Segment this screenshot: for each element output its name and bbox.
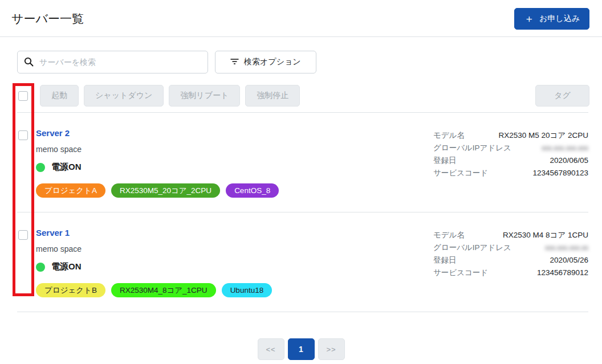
detail-label: グローバルIPアドレス [433,242,511,254]
detail-value: RX2530 M5 20コア 2CPU [499,129,588,142]
detail-value: 1234567890123 [532,167,588,179]
row-divider [17,312,588,312]
server-tags: プロジェクトARX2530M5_20コア_2CPUCentOS_8 [36,183,433,198]
detail-value: 2020/05/26 [550,254,588,267]
pagination: << 1 >> [0,338,602,360]
server-detail-line: サービスコード123456789012 [433,267,588,279]
server-power-status: 電源ON [36,261,433,272]
server-main: Server 2 memo space 電源ON プロジェクトARX2530M5… [36,123,433,198]
toolbar-actions: 起動シャットダウン強制リブート強制停止 [40,85,300,107]
server-tags: プロジェクトBRX2530M4_8コア_1CPUUbuntu18 [36,283,433,297]
server-detail-line: モデル名RX2530 M4 8コア 1CPU [433,229,588,242]
toolbar-action-button[interactable]: 起動 [40,85,79,107]
server-details: モデル名RX2530 M5 20コア 2CPUグローバルIPアドレスxxx.xx… [433,129,588,198]
server-memo: memo space [36,145,433,154]
pagination-next-button[interactable]: >> [318,338,345,360]
server-power-status: 電源ON [36,162,433,173]
server-detail-line: サービスコード1234567890123 [433,167,588,179]
search-input[interactable] [17,51,208,73]
server-tag-badge: CentOS_8 [226,183,279,198]
bulk-action-toolbar: 起動シャットダウン強制リブート強制停止 タグ [0,84,602,112]
server-detail-line: モデル名RX2530 M5 20コア 2CPU [433,129,588,142]
pagination-prev-button[interactable]: << [258,338,284,360]
detail-label: グローバルIPアドレス [433,142,511,154]
server-name-link[interactable]: Server 1 [36,228,70,238]
search-options-label: 検索オプション [244,57,301,67]
power-status-label: 電源ON [51,261,82,272]
server-tag-badge: Ubuntu18 [222,283,272,297]
detail-label: サービスコード [433,167,488,179]
search-row: 検索オプション [0,37,602,84]
power-status-label: 電源ON [51,162,82,173]
server-detail-line: 登録日2020/05/26 [433,254,588,267]
pagination-page-1-button[interactable]: 1 [288,338,315,360]
server-tag-badge: RX2530M4_8コア_1CPU [111,283,216,297]
power-on-dot-icon [36,263,45,272]
server-name-link[interactable]: Server 2 [36,128,70,138]
server-memo: memo space [36,244,433,253]
apply-button-label: お申し込み [539,14,580,24]
server-row: Server 1 memo space 電源ON プロジェクトBRX2530M4… [0,212,602,312]
server-detail-line: 登録日2020/06/05 [433,154,588,167]
detail-label: モデル名 [433,229,465,242]
server-tag-badge: プロジェクトB [36,283,105,297]
select-all-checkbox[interactable] [18,91,28,101]
server-row-checkbox[interactable] [18,130,28,140]
detail-value: RX2530 M4 8コア 1CPU [503,229,588,242]
detail-label: モデル名 [433,129,465,142]
page-title: サーバー一覧 [11,11,84,27]
detail-value: 2020/06/05 [550,154,588,167]
tag-button[interactable]: タグ [535,85,589,107]
search-icon [24,57,34,69]
plus-icon: ＋ [524,14,534,24]
server-detail-line: グローバルIPアドレスxxx.xxx.xxx.xxx [433,142,588,155]
detail-value: 123456789012 [537,267,588,279]
detail-label: 登録日 [433,154,457,167]
server-details: モデル名RX2530 M4 8コア 1CPUグローバルIPアドレスxxx.xxx… [433,229,588,297]
page-header: サーバー一覧 ＋ お申し込み [0,0,602,36]
toolbar-action-button[interactable]: 強制リブート [169,85,240,107]
server-detail-line: グローバルIPアドレスxxx.xxx.xxx.xx [433,242,588,255]
power-on-dot-icon [36,163,45,172]
search-box [17,51,208,73]
detail-label: 登録日 [433,254,457,267]
server-row: Server 2 memo space 電源ON プロジェクトARX2530M5… [0,113,602,212]
server-tag-badge: プロジェクトA [36,183,105,198]
detail-value-masked: xxx.xxx.xxx.xxx [542,142,588,155]
toolbar-action-button[interactable]: シャットダウン [84,85,164,107]
filter-icon [230,58,239,67]
search-options-button[interactable]: 検索オプション [215,51,316,73]
toolbar-action-button[interactable]: 強制停止 [245,85,300,107]
detail-value-masked: xxx.xxx.xxx.xx [545,242,588,255]
server-list: Server 2 memo space 電源ON プロジェクトARX2530M5… [0,113,602,312]
server-main: Server 1 memo space 電源ON プロジェクトBRX2530M4… [36,223,433,297]
server-row-checkbox[interactable] [18,230,28,240]
server-tag-badge: RX2530M5_20コア_2CPU [111,183,220,198]
detail-label: サービスコード [433,267,488,279]
apply-button[interactable]: ＋ お申し込み [514,8,589,30]
